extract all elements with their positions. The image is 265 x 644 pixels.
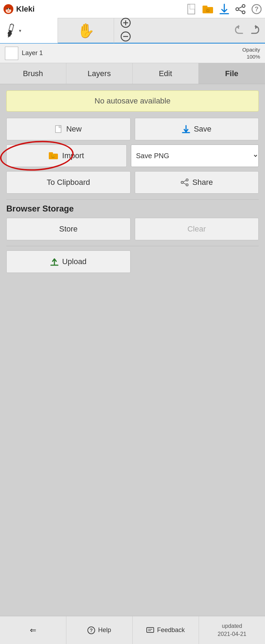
browser-storage-heading: Browser Storage: [6, 204, 259, 214]
footer-bar: ⇐ ? Help Feedback updated 2021-04-21: [0, 616, 265, 644]
help-button[interactable]: ? Help: [66, 616, 133, 644]
hand-tool-button[interactable]: ✋: [58, 18, 114, 43]
autosave-notice: No autosave available: [6, 90, 259, 112]
svg-text:?: ?: [90, 628, 93, 633]
svg-rect-8: [190, 4, 195, 9]
layer-row: Layer 1 Opacity 100%: [0, 43, 265, 63]
svg-rect-45: [147, 628, 154, 632]
store-clear-row: Store Clear: [6, 218, 259, 240]
svg-point-6: [7, 10, 9, 12]
zoom-area: [114, 18, 137, 43]
brush-icon: 🖌: [1, 21, 20, 40]
page-icon[interactable]: [186, 4, 198, 15]
svg-line-41: [183, 183, 186, 185]
svg-point-16: [236, 8, 239, 11]
app-logo[interactable]: Kleki: [3, 4, 35, 15]
zoom-in-button[interactable]: [120, 18, 131, 30]
svg-line-40: [183, 181, 186, 182]
svg-line-19: [239, 10, 242, 12]
import-button-wrap: Import: [6, 145, 127, 167]
clipboard-share-row: To Clipboard Share: [6, 171, 259, 194]
new-file-icon: [55, 125, 63, 133]
upload-row: Upload: [6, 250, 259, 273]
new-save-row: New Save: [6, 118, 259, 140]
upload-icon: [50, 257, 59, 266]
share-icon: [180, 178, 189, 187]
svg-rect-10: [203, 6, 207, 8]
updated-info: updated 2021-04-21: [199, 616, 265, 644]
layer-name-label: Layer 1: [22, 49, 242, 57]
tab-layers[interactable]: Layers: [66, 63, 133, 84]
svg-point-15: [242, 5, 245, 7]
feedback-icon: [146, 626, 154, 634]
svg-marker-28: [255, 25, 258, 29]
top-bar-icons: ?: [186, 4, 262, 15]
upload-button[interactable]: Upload: [6, 250, 131, 273]
folder-icon[interactable]: [203, 4, 214, 15]
import-icon: [49, 152, 59, 160]
brush-tool-button[interactable]: 🖌 ▾: [0, 18, 58, 43]
brush-chevron-icon: ▾: [19, 28, 21, 33]
svg-point-39: [186, 184, 188, 186]
undo-button[interactable]: [234, 24, 246, 37]
svg-point-4: [7, 8, 8, 9]
svg-text:?: ?: [255, 6, 259, 13]
download-icon[interactable]: [219, 4, 230, 15]
share-button[interactable]: Share: [135, 171, 259, 194]
top-bar: Kleki: [0, 0, 265, 18]
share-icon-top[interactable]: [235, 4, 246, 15]
help-icon-top[interactable]: ?: [251, 4, 262, 15]
svg-rect-30: [59, 126, 61, 128]
section-divider-2: [6, 246, 259, 246]
save-format-select[interactable]: Save PNG Save JPG Save KLK: [131, 145, 259, 167]
back-button[interactable]: ⇐: [0, 616, 66, 644]
zoom-out-button[interactable]: [120, 31, 131, 43]
feedback-button[interactable]: Feedback: [133, 616, 199, 644]
tab-file[interactable]: File: [199, 63, 265, 84]
kleki-logo-icon: [3, 4, 14, 15]
store-button[interactable]: Store: [6, 218, 131, 240]
tab-brush[interactable]: Brush: [0, 63, 66, 84]
layer-thumbnail: [5, 47, 18, 60]
save-button[interactable]: Save: [135, 118, 259, 140]
import-save-png-row: Import Save PNG Save JPG Save KLK: [6, 145, 259, 167]
svg-point-5: [9, 8, 10, 9]
save-icon: [182, 125, 190, 133]
tab-edit[interactable]: Edit: [133, 63, 199, 84]
opacity-label: Opacity 100%: [242, 46, 260, 60]
undo-redo-area: [234, 24, 265, 37]
toolbar-row: 🖌 ▾ ✋: [0, 18, 265, 43]
tabs-row: Brush Layers Edit File: [0, 63, 265, 84]
svg-rect-33: [49, 152, 53, 155]
app-name-label: Kleki: [16, 5, 35, 14]
svg-marker-27: [236, 25, 239, 29]
hand-icon: ✋: [77, 22, 95, 39]
clear-button[interactable]: Clear: [135, 218, 259, 240]
redo-button[interactable]: [248, 24, 260, 37]
svg-point-13: [207, 8, 209, 11]
svg-line-18: [239, 7, 242, 8]
import-button[interactable]: Import: [6, 145, 127, 167]
svg-point-38: [181, 181, 183, 183]
file-panel: No autosave available New Save: [0, 84, 265, 616]
svg-point-37: [186, 179, 188, 181]
new-button[interactable]: New: [6, 118, 131, 140]
help-circle-icon: ?: [87, 626, 95, 634]
svg-point-17: [242, 11, 245, 14]
to-clipboard-button[interactable]: To Clipboard: [6, 171, 131, 194]
section-divider-1: [6, 199, 259, 200]
